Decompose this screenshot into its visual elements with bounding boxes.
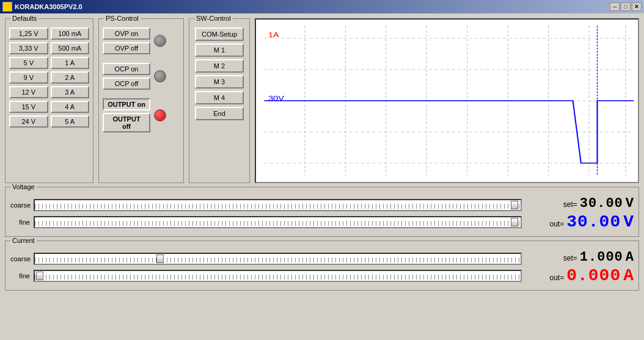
ps-control-inner: OVP on OVP off OCP on OCP off OU [103,27,180,132]
default-v6[interactable]: 15 V [9,101,48,113]
default-i4[interactable]: 2 A [51,71,90,84]
current-coarse-thumb[interactable] [156,255,164,263]
current-set-value: 1.000 [580,250,623,265]
ocp-indicator [154,70,166,82]
ocp-on-button[interactable]: OCP on [103,63,150,75]
current-out-unit: A [623,266,634,285]
minimize-button[interactable]: ─ [610,2,620,11]
default-i2[interactable]: 500 mA [51,42,90,54]
default-i6[interactable]: 4 A [51,101,90,113]
title-bar-buttons: ─ □ ✕ [610,2,642,11]
default-i5[interactable]: 3 A [51,86,90,98]
current-fine-thumb[interactable] [36,272,43,280]
ocp-row: OCP on OCP off [103,63,180,90]
voltage-readouts: set= 30.00 V out= 30.00 V [527,196,634,231]
voltage-coarse-label: coarse [10,201,30,209]
sw-control-inner: COM-Setup M 1 M 2 M 3 M 4 End [193,27,246,120]
voltage-set-line: set= 30.00 V [527,196,634,211]
current-set-unit: A [626,250,634,265]
title-bar: KORADKA3005PV2.0 ─ □ ✕ [0,0,644,13]
voltage-coarse-slider[interactable] [34,199,522,211]
ocp-off-button[interactable]: OCP off [103,78,150,90]
voltage-fine-thumb[interactable] [511,218,518,226]
defaults-grid: 1,25 V 100 mA 3,33 V 500 mA 5 V 1 A 9 V … [9,27,89,128]
current-fine-slider[interactable] [34,270,522,282]
sw-control-title: SW-Control [194,15,233,22]
current-group: Current coarse fine [5,241,639,291]
default-i1[interactable]: 100 mA [51,27,90,40]
output-indicator [154,109,166,121]
current-coarse-label: coarse [10,255,30,262]
title-bar-left: KORADKA3005PV2.0 [2,2,82,12]
voltage-out-label: out= [549,220,564,228]
default-v5[interactable]: 12 V [9,86,48,98]
current-out-label: out= [549,273,564,282]
voltage-out-unit: V [623,212,634,231]
default-v3[interactable]: 5 V [9,57,48,69]
voltage-set-unit: V [626,196,634,211]
current-sliders: coarse fine [10,253,522,282]
app-icon [2,2,12,12]
voltage-group: Voltage coarse fine [5,187,639,237]
default-v2[interactable]: 3,33 V [9,42,48,54]
main-window: Defaults 1,25 V 100 mA 3,33 V 500 mA 5 V… [0,13,644,340]
voltage-fine-slider[interactable] [34,216,522,228]
default-i3[interactable]: 1 A [51,57,90,69]
output-off-button[interactable]: OUTPUT off [103,113,150,132]
svg-text:1A: 1A [268,31,279,38]
voltage-fine-row: fine [10,216,522,228]
ovp-off-button[interactable]: OVP off [103,42,150,54]
current-title: Current [10,237,37,244]
voltage-sliders: coarse fine [10,199,522,228]
current-coarse-slider[interactable] [34,253,522,265]
voltage-coarse-thumb[interactable] [511,201,518,209]
top-row: Defaults 1,25 V 100 mA 3,33 V 500 mA 5 V… [5,18,639,183]
title-bar-text: KORADKA3005PV2.0 [15,3,82,10]
defaults-title: Defaults [10,15,38,22]
close-button[interactable]: ✕ [632,2,642,11]
ovp-on-button[interactable]: OVP on [103,27,150,40]
output-on-button[interactable]: OUTPUT on [103,98,150,110]
end-button[interactable]: End [195,107,244,120]
voltage-out-line: out= 30.00 V [527,212,634,231]
current-out-value: 0.000 [566,266,621,285]
sw-control-group: SW-Control COM-Setup M 1 M 2 M 3 M 4 End [189,18,250,183]
bottom-sections: Voltage coarse fine [5,187,639,291]
voltage-coarse-marks [35,204,521,209]
current-fine-label: fine [10,272,30,280]
current-readouts: set= 1.000 A out= 0.000 A [527,250,634,285]
current-coarse-row: coarse [10,253,522,265]
m4-button[interactable]: M 4 [195,91,244,104]
chart-area: 1A 30V [255,18,639,183]
voltage-coarse-row: coarse [10,199,522,211]
voltage-set-value: 30.00 [580,196,623,211]
current-coarse-marks [35,258,521,262]
default-v1[interactable]: 1,25 V [9,27,48,40]
voltage-set-label: set= [563,200,577,209]
current-out-line: out= 0.000 A [527,266,634,285]
voltage-title: Voltage [10,183,37,190]
defaults-group: Defaults 1,25 V 100 mA 3,33 V 500 mA 5 V… [5,18,93,183]
m2-button[interactable]: M 2 [195,59,244,73]
current-fine-row: fine [10,270,522,282]
chart-svg: 1A 30V [256,20,638,182]
current-fine-marks [35,275,521,280]
ps-control-title: PS-Control [104,15,141,22]
ps-control-group: PS-Control OVP on OVP off OCP on OCP off [98,18,184,183]
default-v7[interactable]: 24 V [9,115,48,128]
current-set-label: set= [563,254,577,262]
ovp-row: OVP on OVP off [103,27,180,54]
voltage-fine-marks [35,221,521,226]
m1-button[interactable]: M 1 [195,43,244,57]
default-i7[interactable]: 5 A [51,115,90,128]
m3-button[interactable]: M 3 [195,75,244,89]
restore-button[interactable]: □ [621,2,631,11]
output-row: OUTPUT on OUTPUT off [103,98,180,132]
default-v4[interactable]: 9 V [9,71,48,84]
com-setup-button[interactable]: COM-Setup [195,27,244,41]
current-set-line: set= 1.000 A [527,250,634,265]
voltage-out-value: 30.00 [566,212,621,231]
ovp-indicator [154,35,166,47]
voltage-fine-label: fine [10,219,30,226]
